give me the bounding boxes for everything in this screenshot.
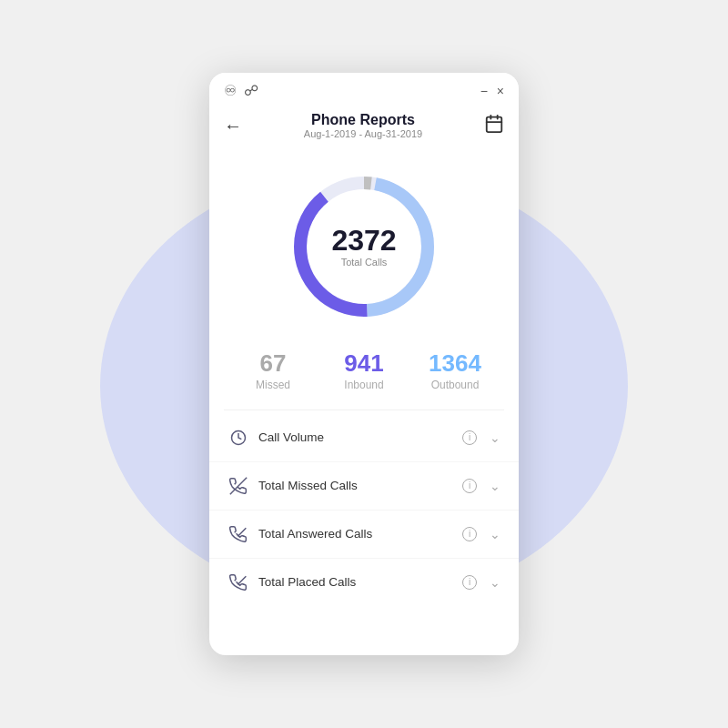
- menu-item-call-volume[interactable]: Call Volume i ⌄: [209, 414, 519, 462]
- menu-item-total-answered-calls[interactable]: Total Answered Calls i ⌄: [209, 511, 519, 559]
- answered-calls-icon: [228, 523, 249, 545]
- calendar-button[interactable]: [484, 114, 504, 138]
- menu-list: Call Volume i ⌄ Total Missed Calls i ⌄: [209, 410, 519, 621]
- date-range: Aug-1-2019 - Aug-31-2019: [304, 128, 422, 139]
- call-volume-chevron: ⌄: [490, 430, 500, 445]
- donut-center: 2372 Total Calls: [331, 226, 396, 268]
- close-button[interactable]: ×: [497, 84, 504, 98]
- call-volume-icon: [228, 427, 249, 449]
- minimize-button[interactable]: −: [480, 84, 488, 98]
- total-calls-number: 2372: [331, 226, 396, 255]
- phone-window: ♾ ☍ − × ← Phone Reports Aug-1-2019 - Aug…: [209, 73, 519, 655]
- total-answered-calls-label: Total Answered Calls: [258, 527, 450, 541]
- donut-chart: 2372 Total Calls: [282, 165, 446, 329]
- call-volume-info[interactable]: i: [462, 430, 477, 445]
- back-button[interactable]: ←: [224, 116, 242, 136]
- header-title-block: Phone Reports Aug-1-2019 - Aug-31-2019: [304, 112, 422, 139]
- placed-calls-icon: [228, 571, 249, 593]
- title-bar: ♾ ☍ − ×: [209, 73, 519, 105]
- missed-calls-icon: [228, 475, 249, 497]
- menu-item-total-placed-calls[interactable]: Total Placed Calls i ⌄: [209, 559, 519, 606]
- total-missed-calls-chevron: ⌄: [490, 479, 500, 493]
- page-title: Phone Reports: [304, 112, 422, 128]
- total-answered-calls-info[interactable]: i: [462, 527, 477, 541]
- inbound-label: Inbound: [318, 379, 410, 391]
- missed-label: Missed: [228, 379, 318, 391]
- missed-number: 67: [228, 350, 318, 377]
- stat-inbound: 941 Inbound: [318, 350, 410, 391]
- chat-icon: ☍: [244, 82, 258, 99]
- total-placed-calls-label: Total Placed Calls: [258, 575, 450, 589]
- chart-area: 2372 Total Calls: [209, 150, 519, 336]
- stat-outbound: 1364 Outbound: [410, 350, 500, 391]
- inbound-number: 941: [318, 350, 410, 377]
- total-missed-calls-label: Total Missed Calls: [258, 479, 450, 492]
- header: ← Phone Reports Aug-1-2019 - Aug-31-2019: [209, 105, 519, 150]
- title-bar-icons: ♾ ☍: [224, 82, 258, 99]
- menu-item-total-missed-calls[interactable]: Total Missed Calls i ⌄: [209, 462, 519, 511]
- total-calls-label: Total Calls: [331, 257, 396, 268]
- svg-rect-0: [487, 116, 502, 132]
- total-answered-calls-chevron: ⌄: [490, 527, 500, 541]
- call-volume-label: Call Volume: [258, 430, 450, 444]
- window-controls: − ×: [480, 84, 504, 98]
- stat-missed: 67 Missed: [228, 350, 318, 391]
- total-placed-calls-chevron: ⌄: [490, 575, 500, 590]
- total-placed-calls-info[interactable]: i: [462, 575, 477, 590]
- outbound-number: 1364: [410, 350, 500, 377]
- outbound-label: Outbound: [410, 379, 500, 391]
- stats-row: 67 Missed 941 Inbound 1364 Outbound: [209, 336, 519, 410]
- total-missed-calls-info[interactable]: i: [462, 479, 477, 493]
- infinity-icon: ♾: [224, 82, 237, 99]
